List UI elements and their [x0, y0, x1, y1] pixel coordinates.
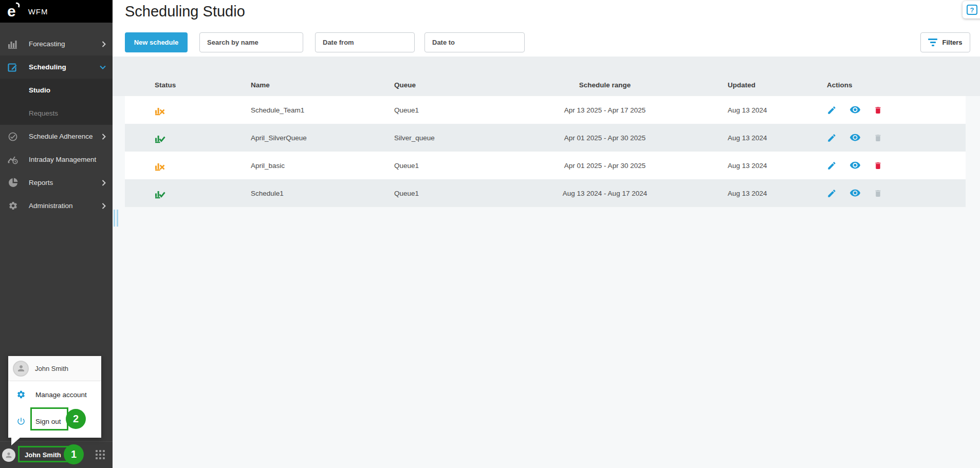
sidebar-group-scheduling: Scheduling Studio Requests [0, 55, 113, 125]
filter-icon [928, 39, 937, 46]
user-menu-trigger[interactable]: John Smith [25, 451, 61, 459]
row-queue: Queue1 [364, 106, 508, 114]
chevron-right-icon [102, 180, 106, 186]
view-button[interactable] [849, 161, 861, 170]
check-circle-icon [7, 132, 19, 142]
filters-button[interactable]: Filters [920, 32, 970, 52]
avatar[interactable] [2, 448, 15, 462]
status-cell [125, 160, 221, 171]
row-name: Schedule_Team1 [221, 106, 364, 114]
manage-account-item[interactable]: Manage account [8, 381, 101, 408]
user-menu-header: John Smith [8, 356, 101, 381]
filters-label: Filters [942, 39, 962, 46]
column-header-queue: Queue [364, 81, 508, 89]
row-range: Apr 01 2025 - Apr 30 2025 [508, 134, 702, 142]
gear-icon [16, 390, 26, 399]
row-updated: Aug 13 2024 [702, 134, 797, 142]
delete-button[interactable] [874, 161, 882, 171]
sidebar-item-label: Schedule Adherence [29, 133, 93, 140]
actions-cell [797, 105, 966, 115]
chevron-right-icon [102, 203, 106, 209]
chevron-right-icon [102, 134, 106, 140]
page-title: Scheduling Studio [125, 3, 245, 20]
column-header-updated: Updated [702, 81, 797, 89]
sidebar-item-label: Forecasting [29, 40, 65, 48]
sign-out-item[interactable]: Sign out [8, 408, 101, 435]
actions-cell [797, 133, 966, 143]
sidebar-item-label: Intraday Management [29, 156, 96, 163]
actions-cell [797, 161, 966, 171]
row-name: Schedule1 [221, 190, 364, 197]
status-cell [125, 133, 221, 143]
sidebar-item-studio[interactable]: Studio [0, 79, 113, 102]
edit-icon [7, 62, 19, 72]
sidebar-item-schedule-adherence[interactable]: Schedule Adherence [0, 125, 113, 148]
sidebar-resize-handle[interactable] [114, 210, 118, 227]
table-row[interactable]: Schedule_Team1 Queue1 Apr 13 2025 - Apr … [125, 96, 966, 124]
intraday-chart-clock-icon [7, 155, 19, 165]
new-schedule-button[interactable]: New schedule [125, 32, 188, 52]
edit-button[interactable] [827, 161, 837, 171]
help-button[interactable]: ? [963, 1, 980, 18]
column-header-status: Status [125, 81, 221, 89]
edit-button[interactable] [827, 189, 837, 198]
status-error-icon [155, 160, 165, 171]
table-row[interactable]: April_basic Queue1 Apr 01 2025 - Apr 30 … [125, 152, 966, 179]
date-to-input[interactable] [424, 32, 525, 52]
sidebar-item-forecasting[interactable]: Forecasting [0, 32, 113, 55]
delete-button[interactable] [874, 105, 882, 115]
row-queue: Queue1 [364, 190, 508, 197]
user-name: John Smith [35, 365, 68, 372]
row-updated: Aug 13 2024 [702, 162, 797, 170]
column-header-schedule-range: Schedule range [508, 81, 702, 89]
sidebar-item-administration[interactable]: Administration [0, 194, 113, 217]
column-header-name: Name [221, 81, 364, 89]
status-ok-icon [155, 133, 165, 143]
view-button[interactable] [849, 106, 861, 114]
status-error-icon [155, 105, 165, 116]
edit-button[interactable] [827, 105, 837, 115]
help-icon: ? [967, 5, 977, 15]
status-cell [125, 105, 221, 116]
row-range: Apr 01 2025 - Apr 30 2025 [508, 162, 702, 170]
app-grid-icon[interactable] [96, 450, 106, 460]
search-input[interactable] [199, 32, 303, 52]
row-updated: Aug 13 2024 [702, 190, 797, 197]
row-name: April_basic [221, 162, 364, 170]
sidebar-item-requests[interactable]: Requests [0, 102, 113, 125]
sidebar-item-intraday-management[interactable]: Intraday Management [0, 148, 113, 171]
bar-chart-icon [7, 39, 19, 49]
table-row[interactable]: Schedule1 Queue1 Aug 13 2024 - Aug 17 20… [125, 179, 966, 207]
date-from-input[interactable] [315, 32, 415, 52]
annotation-step-1: 1 [64, 444, 84, 464]
brand-name: WFM [28, 7, 48, 16]
chevron-down-icon [100, 65, 106, 69]
user-menu-popup: John Smith Manage account Sign out [8, 356, 101, 438]
table-row[interactable]: April_SilverQueue Silver_queue Apr 01 20… [125, 124, 966, 152]
gear-icon [7, 201, 19, 211]
status-cell [125, 188, 221, 199]
table-header: Status Name Queue Schedule range Updated… [113, 57, 980, 96]
view-button[interactable] [849, 189, 861, 197]
delete-button[interactable] [874, 189, 882, 198]
sidebar-item-reports[interactable]: Reports [0, 171, 113, 194]
delete-button[interactable] [874, 133, 882, 143]
sidebar-item-label: Scheduling [29, 63, 66, 71]
actions-cell [797, 189, 966, 198]
view-button[interactable] [849, 134, 861, 142]
row-updated: Aug 13 2024 [702, 106, 797, 114]
sidebar-nav: Forecasting Scheduling Studio Requests [0, 23, 113, 217]
popup-tail [11, 438, 20, 445]
row-range: Apr 13 2025 - Apr 17 2025 [508, 106, 702, 114]
sign-out-label: Sign out [35, 418, 61, 425]
row-name: April_SilverQueue [221, 134, 364, 142]
sidebar-item-scheduling[interactable]: Scheduling [0, 55, 113, 79]
app-window: e WFM Forecasting Scheduling [0, 0, 980, 468]
pie-chart-icon [7, 178, 19, 188]
status-ok-icon [155, 188, 165, 199]
edit-button[interactable] [827, 133, 837, 143]
row-range: Aug 13 2024 - Aug 17 2024 [508, 190, 702, 197]
row-queue: Silver_queue [364, 134, 508, 142]
brand-logo-icon: e [7, 4, 16, 19]
sidebar-item-label: Reports [29, 179, 53, 186]
